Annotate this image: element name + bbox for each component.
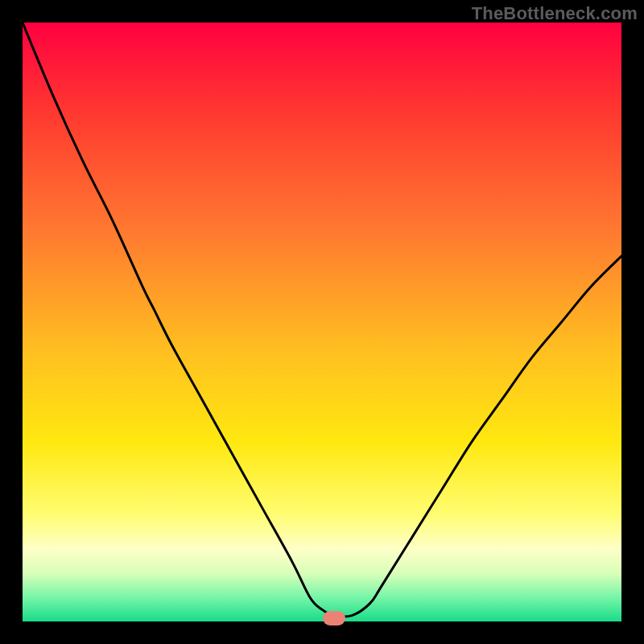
watermark-text: TheBottleneck.com — [472, 3, 638, 24]
bottleneck-plot — [23, 23, 621, 621]
plot-background — [23, 23, 621, 621]
chart-frame: TheBottleneck.com — [0, 0, 644, 644]
optimal-point-marker — [323, 611, 345, 625]
